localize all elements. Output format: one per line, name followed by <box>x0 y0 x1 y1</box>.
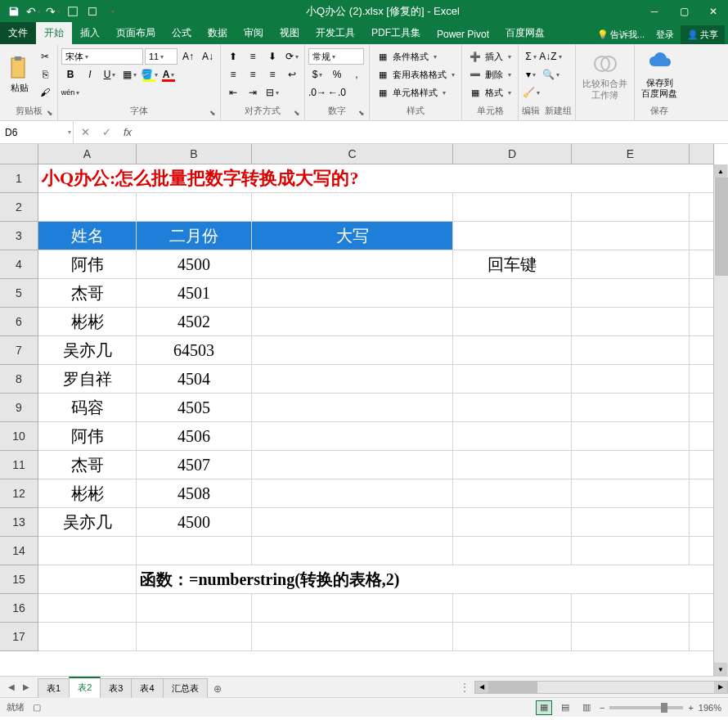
cell-D10[interactable] <box>453 422 572 451</box>
row-header-6[interactable]: 6 <box>0 308 38 336</box>
paste-button[interactable]: 粘贴 <box>3 53 36 95</box>
increase-indent-button[interactable]: ⇥ <box>244 84 262 101</box>
font-name-combo[interactable]: 宋体▾ <box>61 48 143 65</box>
row-header-13[interactable]: 13 <box>0 508 38 537</box>
cell-F4[interactable] <box>690 250 714 279</box>
cell-A12[interactable]: 彬彬 <box>38 479 137 508</box>
cell-A10[interactable]: 阿伟 <box>38 422 137 451</box>
cell-F9[interactable] <box>690 394 714 422</box>
tab-layout[interactable]: 页面布局 <box>108 22 164 44</box>
cell-D14[interactable] <box>453 537 572 565</box>
cell-A11[interactable]: 杰哥 <box>38 451 137 479</box>
tab-baidu[interactable]: 百度网盘 <box>497 22 553 44</box>
cell-D11[interactable] <box>453 451 572 479</box>
zoom-in-button[interactable]: + <box>688 703 693 713</box>
row-header-3[interactable]: 3 <box>0 222 38 250</box>
cell-A5[interactable]: 杰哥 <box>38 279 137 308</box>
row-header-9[interactable]: 9 <box>0 394 38 422</box>
cell-C16[interactable] <box>252 594 453 623</box>
qat-item-2[interactable] <box>83 2 101 20</box>
cell-A1-merged[interactable]: 小Q办公:怎么批量把数字转换成大写的? <box>38 164 714 193</box>
close-button[interactable]: ✕ <box>699 0 728 23</box>
cell-D2[interactable] <box>453 193 572 222</box>
cell-D9[interactable] <box>453 394 572 422</box>
cell-B5[interactable]: 4501 <box>137 279 252 308</box>
col-header-D[interactable]: D <box>453 144 572 164</box>
cell-F17[interactable] <box>690 623 714 651</box>
copy-button[interactable]: ⎘ <box>36 66 54 83</box>
cell-E6[interactable] <box>572 308 690 336</box>
cell-A15[interactable] <box>38 565 137 594</box>
cell-C17[interactable] <box>252 623 453 651</box>
fx-button[interactable]: fx <box>119 124 136 141</box>
tab-powerpivot[interactable]: Power Pivot <box>429 25 497 44</box>
cell-F11[interactable] <box>690 451 714 479</box>
fill-button[interactable]: ▾▾ <box>522 66 540 83</box>
autosum-button[interactable]: Σ▾ <box>522 48 540 65</box>
cell-E7[interactable] <box>572 336 690 365</box>
scroll-down-button[interactable]: ▼ <box>714 663 727 676</box>
col-header-E[interactable]: E <box>572 144 690 164</box>
cell-styles-button[interactable]: ▦单元格样式▾ <box>373 84 458 101</box>
cell-B16[interactable] <box>137 594 252 623</box>
sheet-tab-4[interactable]: 表4 <box>131 678 163 698</box>
sheet-tab-2[interactable]: 表2 <box>69 677 101 698</box>
cell-E17[interactable] <box>572 623 690 651</box>
maximize-button[interactable]: ▢ <box>669 0 699 23</box>
cell-F12[interactable] <box>690 479 714 508</box>
undo-button[interactable]: ↶▾ <box>25 2 43 20</box>
cell-C14[interactable] <box>252 537 453 565</box>
align-left-button[interactable]: ≡ <box>224 66 242 83</box>
cell-B10[interactable]: 4506 <box>137 422 252 451</box>
cell-F3[interactable] <box>690 222 714 250</box>
align-top-button[interactable]: ⬆ <box>224 48 242 65</box>
macro-record-icon[interactable]: ▢ <box>33 702 41 713</box>
cell-B4[interactable]: 4500 <box>137 250 252 279</box>
cell-A3[interactable]: 姓名 <box>38 222 137 250</box>
row-header-14[interactable]: 14 <box>0 537 38 565</box>
cut-button[interactable]: ✂ <box>36 48 54 65</box>
select-all-corner[interactable] <box>0 144 38 164</box>
cell-F7[interactable] <box>690 336 714 365</box>
insert-cells-button[interactable]: ➕插入▾ <box>465 48 515 65</box>
horizontal-scrollbar[interactable]: ◀ ▶ <box>474 681 728 694</box>
row-header-2[interactable]: 2 <box>0 193 38 222</box>
cell-E4[interactable] <box>572 250 690 279</box>
cell-C11[interactable] <box>252 451 453 479</box>
save-baidu-button[interactable]: 保存到百度网盘 <box>638 48 681 101</box>
name-box[interactable]: D6▾ <box>0 121 74 143</box>
vertical-scrollbar[interactable]: ▲ ▼ <box>713 164 728 676</box>
tab-view[interactable]: 视图 <box>272 22 308 44</box>
cell-C4[interactable] <box>252 250 453 279</box>
tab-review[interactable]: 审阅 <box>236 22 272 44</box>
cell-A2[interactable] <box>38 193 137 222</box>
col-header-A[interactable]: A <box>38 144 137 164</box>
phonetic-button[interactable]: wén▾ <box>61 84 79 101</box>
cell-D8[interactable] <box>453 365 572 394</box>
cell-D12[interactable] <box>453 479 572 508</box>
number-format-combo[interactable]: 常规▾ <box>308 48 364 65</box>
cell-E12[interactable] <box>572 479 690 508</box>
underline-button[interactable]: U▾ <box>101 66 119 83</box>
col-header-F[interactable] <box>690 144 714 164</box>
row-header-4[interactable]: 4 <box>0 250 38 279</box>
col-header-C[interactable]: C <box>252 144 453 164</box>
cell-C2[interactable] <box>252 193 453 222</box>
cell-B13[interactable]: 4500 <box>137 508 252 537</box>
row-header-17[interactable]: 17 <box>0 623 38 651</box>
increase-decimal-button[interactable]: .0→ <box>308 84 326 101</box>
row-header-11[interactable]: 11 <box>0 451 38 479</box>
orientation-button[interactable]: ⟳▾ <box>283 48 301 65</box>
align-middle-button[interactable]: ≡ <box>244 48 262 65</box>
currency-button[interactable]: $▾ <box>308 66 326 83</box>
tab-insert[interactable]: 插入 <box>72 22 108 44</box>
cell-E2[interactable] <box>572 193 690 222</box>
clear-button[interactable]: 🧹▾ <box>522 84 540 101</box>
increase-font-button[interactable]: A↑ <box>179 48 197 65</box>
row-header-1[interactable]: 1 <box>0 164 38 193</box>
cell-C8[interactable] <box>252 365 453 394</box>
font-size-combo[interactable]: 11▾ <box>145 48 178 65</box>
cell-D3[interactable] <box>453 222 572 250</box>
row-header-7[interactable]: 7 <box>0 336 38 365</box>
cell-C5[interactable] <box>252 279 453 308</box>
